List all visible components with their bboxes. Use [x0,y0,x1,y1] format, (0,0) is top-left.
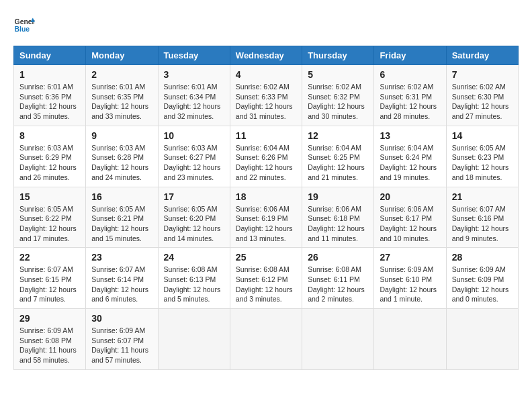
calendar-table: SundayMondayTuesdayWednesdayThursdayFrid… [13,46,519,370]
day-number: 25 [236,252,296,263]
day-detail: Sunrise: 6:01 AMSunset: 6:35 PMDaylight:… [91,82,152,122]
day-number: 19 [308,191,368,202]
day-detail: Sunrise: 6:03 AMSunset: 6:28 PMDaylight:… [91,143,152,183]
day-number: 5 [308,69,368,80]
calendar-cell: 2Sunrise: 6:01 AMSunset: 6:35 PMDaylight… [86,65,158,126]
calendar-week-2: 8Sunrise: 6:03 AMSunset: 6:29 PMDaylight… [14,126,519,187]
calendar-cell: 18Sunrise: 6:06 AMSunset: 6:19 PMDayligh… [230,187,302,248]
calendar-cell: 28Sunrise: 6:09 AMSunset: 6:09 PMDayligh… [446,248,518,309]
day-number: 9 [91,130,152,141]
calendar-cell: 4Sunrise: 6:02 AMSunset: 6:33 PMDaylight… [230,65,302,126]
day-detail: Sunrise: 6:05 AMSunset: 6:20 PMDaylight:… [164,204,224,244]
calendar-week-5: 29Sunrise: 6:09 AMSunset: 6:08 PMDayligh… [14,309,519,370]
calendar-cell: 30Sunrise: 6:09 AMSunset: 6:07 PMDayligh… [86,309,158,370]
col-header-thursday: Thursday [302,46,374,65]
day-number: 27 [380,252,440,263]
day-number: 26 [308,252,368,263]
day-number: 17 [164,191,224,202]
calendar-cell: 27Sunrise: 6:09 AMSunset: 6:10 PMDayligh… [374,248,446,309]
day-number: 1 [19,69,80,80]
calendar-cell: 25Sunrise: 6:08 AMSunset: 6:12 PMDayligh… [230,248,302,309]
day-detail: Sunrise: 6:03 AMSunset: 6:29 PMDaylight:… [19,143,80,183]
calendar-cell [374,309,446,370]
logo: General Blue [13,13,38,35]
day-number: 2 [91,69,152,80]
day-number: 15 [19,191,80,202]
day-number: 28 [452,252,513,263]
calendar-week-3: 15Sunrise: 6:05 AMSunset: 6:22 PMDayligh… [14,187,519,248]
day-number: 7 [452,69,513,80]
day-detail: Sunrise: 6:08 AMSunset: 6:13 PMDaylight:… [164,265,224,304]
day-number: 30 [91,313,152,324]
col-header-sunday: Sunday [14,46,86,65]
calendar-cell: 13Sunrise: 6:04 AMSunset: 6:24 PMDayligh… [374,126,446,187]
calendar-cell: 11Sunrise: 6:04 AMSunset: 6:26 PMDayligh… [230,126,302,187]
day-detail: Sunrise: 6:08 AMSunset: 6:12 PMDaylight:… [236,265,296,304]
day-detail: Sunrise: 6:09 AMSunset: 6:08 PMDaylight:… [19,326,80,365]
day-number: 20 [380,191,440,202]
calendar-cell [302,309,374,370]
calendar-cell: 1Sunrise: 6:01 AMSunset: 6:36 PMDaylight… [14,65,86,126]
col-header-wednesday: Wednesday [230,46,302,65]
day-number: 11 [236,130,296,141]
day-detail: Sunrise: 6:03 AMSunset: 6:27 PMDaylight:… [164,143,224,183]
day-detail: Sunrise: 6:01 AMSunset: 6:34 PMDaylight:… [164,82,224,122]
calendar-cell: 3Sunrise: 6:01 AMSunset: 6:34 PMDaylight… [158,65,230,126]
calendar-cell: 20Sunrise: 6:06 AMSunset: 6:17 PMDayligh… [374,187,446,248]
calendar-cell: 26Sunrise: 6:08 AMSunset: 6:11 PMDayligh… [302,248,374,309]
day-detail: Sunrise: 6:09 AMSunset: 6:07 PMDaylight:… [91,326,152,365]
calendar-cell: 16Sunrise: 6:05 AMSunset: 6:21 PMDayligh… [86,187,158,248]
day-detail: Sunrise: 6:06 AMSunset: 6:19 PMDaylight:… [236,204,296,244]
col-header-monday: Monday [86,46,158,65]
col-header-saturday: Saturday [446,46,518,65]
calendar-cell: 17Sunrise: 6:05 AMSunset: 6:20 PMDayligh… [158,187,230,248]
day-number: 29 [19,313,80,324]
calendar-cell: 7Sunrise: 6:02 AMSunset: 6:30 PMDaylight… [446,65,518,126]
page-header: General Blue [13,13,519,35]
day-detail: Sunrise: 6:02 AMSunset: 6:30 PMDaylight:… [452,82,513,122]
day-number: 3 [164,69,224,80]
calendar-cell [158,309,230,370]
day-detail: Sunrise: 6:07 AMSunset: 6:15 PMDaylight:… [19,265,80,304]
day-detail: Sunrise: 6:06 AMSunset: 6:17 PMDaylight:… [380,204,440,244]
day-detail: Sunrise: 6:04 AMSunset: 6:25 PMDaylight:… [308,143,368,183]
day-number: 14 [452,130,513,141]
calendar-cell: 9Sunrise: 6:03 AMSunset: 6:28 PMDaylight… [86,126,158,187]
calendar-week-4: 22Sunrise: 6:07 AMSunset: 6:15 PMDayligh… [14,248,519,309]
calendar-cell: 12Sunrise: 6:04 AMSunset: 6:25 PMDayligh… [302,126,374,187]
header-row: SundayMondayTuesdayWednesdayThursdayFrid… [14,46,519,65]
calendar-cell: 6Sunrise: 6:02 AMSunset: 6:31 PMDaylight… [374,65,446,126]
day-detail: Sunrise: 6:08 AMSunset: 6:11 PMDaylight:… [308,265,368,304]
calendar-cell: 14Sunrise: 6:05 AMSunset: 6:23 PMDayligh… [446,126,518,187]
calendar-cell: 22Sunrise: 6:07 AMSunset: 6:15 PMDayligh… [14,248,86,309]
day-number: 8 [19,130,80,141]
calendar-week-1: 1Sunrise: 6:01 AMSunset: 6:36 PMDaylight… [14,65,519,126]
day-detail: Sunrise: 6:05 AMSunset: 6:22 PMDaylight:… [19,204,80,244]
day-number: 12 [308,130,368,141]
calendar-cell: 19Sunrise: 6:06 AMSunset: 6:18 PMDayligh… [302,187,374,248]
day-detail: Sunrise: 6:06 AMSunset: 6:18 PMDaylight:… [308,204,368,244]
calendar-cell: 5Sunrise: 6:02 AMSunset: 6:32 PMDaylight… [302,65,374,126]
col-header-tuesday: Tuesday [158,46,230,65]
calendar-cell: 15Sunrise: 6:05 AMSunset: 6:22 PMDayligh… [14,187,86,248]
calendar-cell: 10Sunrise: 6:03 AMSunset: 6:27 PMDayligh… [158,126,230,187]
day-detail: Sunrise: 6:02 AMSunset: 6:32 PMDaylight:… [308,82,368,122]
calendar-cell [446,309,518,370]
day-number: 24 [164,252,224,263]
day-number: 4 [236,69,296,80]
day-detail: Sunrise: 6:07 AMSunset: 6:16 PMDaylight:… [452,204,513,244]
day-detail: Sunrise: 6:04 AMSunset: 6:26 PMDaylight:… [236,143,296,183]
day-detail: Sunrise: 6:04 AMSunset: 6:24 PMDaylight:… [380,143,440,183]
svg-text:Blue: Blue [15,26,30,33]
calendar-cell: 23Sunrise: 6:07 AMSunset: 6:14 PMDayligh… [86,248,158,309]
day-number: 18 [236,191,296,202]
calendar-cell: 21Sunrise: 6:07 AMSunset: 6:16 PMDayligh… [446,187,518,248]
day-number: 23 [91,252,152,263]
day-detail: Sunrise: 6:02 AMSunset: 6:33 PMDaylight:… [236,82,296,122]
calendar-cell: 29Sunrise: 6:09 AMSunset: 6:08 PMDayligh… [14,309,86,370]
calendar-cell: 8Sunrise: 6:03 AMSunset: 6:29 PMDaylight… [14,126,86,187]
day-detail: Sunrise: 6:05 AMSunset: 6:23 PMDaylight:… [452,143,513,183]
day-number: 21 [452,191,513,202]
day-detail: Sunrise: 6:05 AMSunset: 6:21 PMDaylight:… [91,204,152,244]
day-detail: Sunrise: 6:02 AMSunset: 6:31 PMDaylight:… [380,82,440,122]
